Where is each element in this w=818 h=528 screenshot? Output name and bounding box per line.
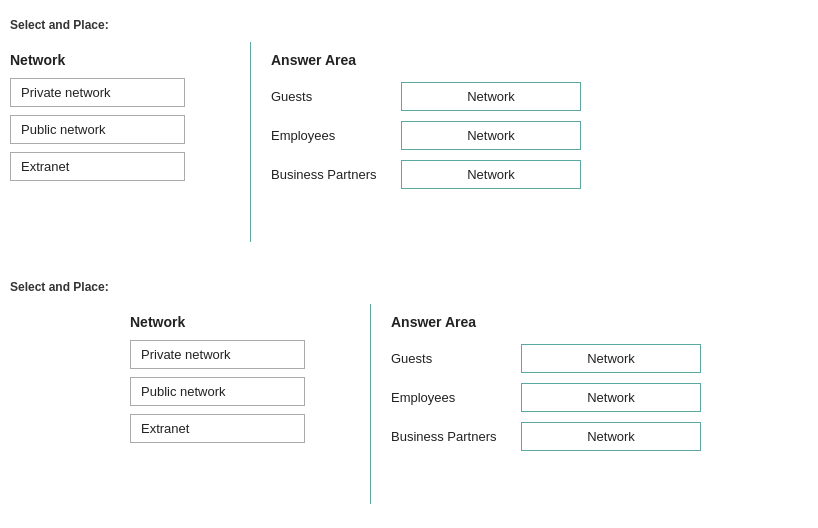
drag-item-extranet-2[interactable]: Extranet xyxy=(130,414,305,443)
answer-box-guests-2[interactable]: Network xyxy=(521,344,701,373)
network-panel-1: Network Private network Public network E… xyxy=(10,42,230,199)
network-panel-title-1: Network xyxy=(10,52,230,68)
answer-row-business-partners-1: Business Partners Network xyxy=(271,160,808,189)
answer-box-guests-1[interactable]: Network xyxy=(401,82,581,111)
section-divider-line-2 xyxy=(370,304,371,504)
drag-item-public-network-2[interactable]: Public network xyxy=(130,377,305,406)
answer-panel-title-2: Answer Area xyxy=(391,314,808,330)
answer-row-employees-1: Employees Network xyxy=(271,121,808,150)
answer-row-guests-1: Guests Network xyxy=(271,82,808,111)
answer-box-employees-2[interactable]: Network xyxy=(521,383,701,412)
answer-label-guests-1: Guests xyxy=(271,89,401,104)
answer-box-business-partners-1[interactable]: Network xyxy=(401,160,581,189)
answer-label-employees-1: Employees xyxy=(271,128,401,143)
network-panel-title-2: Network xyxy=(130,314,350,330)
answer-panel-2: Answer Area Guests Network Employees Net… xyxy=(391,304,808,471)
section-2: Select and Place: Network Private networ… xyxy=(0,262,818,524)
drag-item-private-network-2[interactable]: Private network xyxy=(130,340,305,369)
answer-label-guests-2: Guests xyxy=(391,351,521,366)
answer-label-employees-2: Employees xyxy=(391,390,521,405)
instruction-1: Select and Place: xyxy=(0,10,818,42)
answer-box-business-partners-2[interactable]: Network xyxy=(521,422,701,451)
answer-label-business-partners-2: Business Partners xyxy=(391,429,521,444)
answer-row-business-partners-2: Business Partners Network xyxy=(391,422,808,451)
instruction-2: Select and Place: xyxy=(0,272,818,304)
answer-row-employees-2: Employees Network xyxy=(391,383,808,412)
drag-drop-area-1: Network Private network Public network E… xyxy=(0,42,818,242)
network-panel-2: Network Private network Public network E… xyxy=(130,304,350,461)
drag-item-private-network-1[interactable]: Private network xyxy=(10,78,185,107)
answer-panel-title-1: Answer Area xyxy=(271,52,808,68)
answer-label-business-partners-1: Business Partners xyxy=(271,167,401,182)
drag-item-public-network-1[interactable]: Public network xyxy=(10,115,185,144)
section-1: Select and Place: Network Private networ… xyxy=(0,0,818,262)
answer-box-employees-1[interactable]: Network xyxy=(401,121,581,150)
answer-panel-1: Answer Area Guests Network Employees Net… xyxy=(271,42,808,209)
answer-row-guests-2: Guests Network xyxy=(391,344,808,373)
section-divider-line-1 xyxy=(250,42,251,242)
drag-item-extranet-1[interactable]: Extranet xyxy=(10,152,185,181)
drag-drop-area-2: Network Private network Public network E… xyxy=(0,304,818,504)
